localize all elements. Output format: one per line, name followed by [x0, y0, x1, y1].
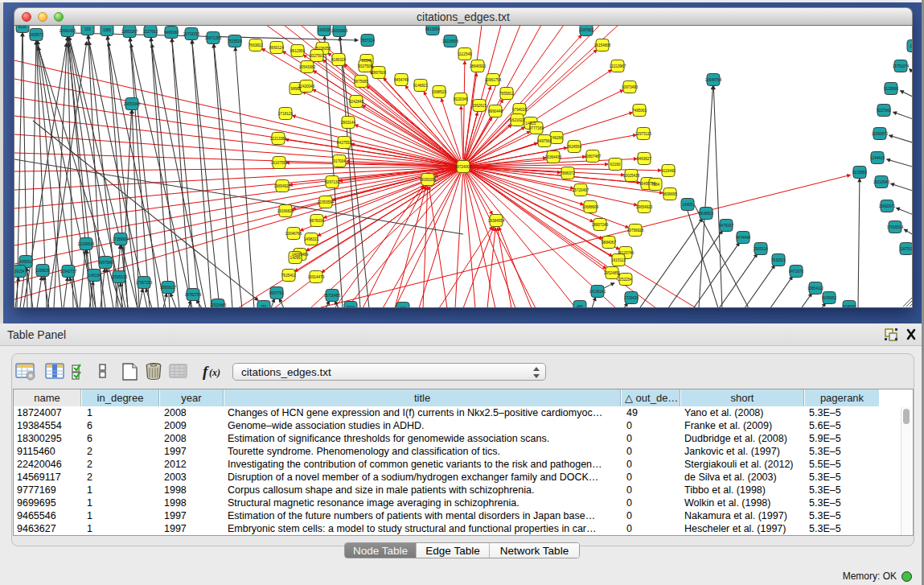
svg-text:2935114: 2935114 — [754, 247, 768, 251]
svg-text:14915: 14915 — [526, 122, 536, 126]
svg-text:16782759: 16782759 — [185, 293, 202, 297]
svg-text:62160: 62160 — [610, 163, 621, 167]
svg-text:8912954: 8912954 — [290, 49, 305, 53]
svg-text:6479197: 6479197 — [719, 224, 733, 228]
svg-text:10719155: 10719155 — [183, 32, 200, 36]
svg-text:233: 233 — [84, 27, 91, 31]
svg-text:16053809: 16053809 — [331, 29, 348, 33]
svg-text:16107553: 16107553 — [271, 161, 288, 165]
svg-text:17957253: 17957253 — [136, 281, 153, 285]
svg-text:9115460: 9115460 — [661, 169, 676, 173]
svg-text:252254: 252254 — [619, 278, 632, 282]
svg-text:20691406: 20691406 — [60, 29, 76, 33]
svg-text:12213383: 12213383 — [270, 137, 287, 141]
svg-text:8215955: 8215955 — [852, 171, 867, 175]
svg-text:18724007: 18724007 — [455, 165, 472, 169]
svg-text:8267130: 8267130 — [325, 180, 339, 184]
svg-text:7857224: 7857224 — [360, 39, 375, 43]
svg-text:12505135: 12505135 — [111, 275, 128, 279]
svg-text:7485063: 7485063 — [632, 109, 647, 113]
svg-text:17359934: 17359934 — [113, 237, 129, 241]
svg-text:9474444: 9474444 — [736, 236, 750, 240]
svg-text:18807249: 18807249 — [592, 223, 609, 227]
svg-text:16154808: 16154808 — [594, 43, 611, 47]
svg-text:1527602: 1527602 — [143, 30, 158, 34]
svg-text:7886372: 7886372 — [561, 171, 575, 175]
svg-text:16405: 16405 — [683, 203, 693, 207]
svg-text:7584: 7584 — [651, 183, 660, 187]
svg-text:8220345: 8220345 — [454, 97, 468, 101]
svg-text:15751074: 15751074 — [893, 64, 910, 68]
svg-text:9146821: 9146821 — [413, 84, 428, 88]
svg-text:1156829: 1156829 — [35, 269, 50, 273]
svg-text:9242848: 9242848 — [349, 100, 363, 104]
svg-text:8471676: 8471676 — [789, 270, 803, 274]
svg-text:9227342: 9227342 — [877, 109, 891, 113]
svg-text:20364436: 20364436 — [545, 155, 562, 159]
svg-text:8427552: 8427552 — [337, 141, 351, 145]
svg-text:10025438: 10025438 — [623, 174, 640, 178]
svg-text:8660124: 8660124 — [269, 46, 284, 50]
svg-text:9327503: 9327503 — [310, 54, 324, 58]
svg-text:1112549: 1112549 — [458, 52, 472, 56]
svg-text:1117: 1117 — [910, 44, 913, 48]
svg-text:12093872: 12093872 — [872, 132, 889, 136]
svg-text:1145194: 1145194 — [87, 274, 101, 278]
svg-text:485: 485 — [577, 305, 583, 308]
svg-text:9327508: 9327508 — [358, 64, 372, 68]
svg-text:9323: 9323 — [347, 306, 355, 308]
svg-text:10973493: 10973493 — [622, 85, 639, 89]
svg-text:14136141: 14136141 — [589, 290, 606, 294]
svg-text:(x): (x) — [209, 367, 220, 378]
svg-text:485061: 485061 — [19, 260, 32, 264]
svg-text:746266: 746266 — [550, 136, 563, 140]
svg-text:15226058: 15226058 — [314, 47, 331, 51]
svg-text:9777169: 9777169 — [529, 126, 544, 130]
svg-text:15692971: 15692971 — [879, 204, 896, 208]
svg-text:2867608: 2867608 — [372, 71, 386, 75]
svg-text:1244419: 1244419 — [870, 156, 885, 160]
svg-text:9657791: 9657791 — [269, 291, 284, 295]
svg-text:1588520: 1588520 — [432, 90, 446, 94]
svg-text:10958117: 10958117 — [160, 286, 177, 290]
svg-text:12975115: 12975115 — [635, 132, 652, 136]
svg-text:112: 112 — [400, 307, 406, 308]
svg-text:12213967: 12213967 — [610, 64, 626, 68]
svg-text:15716485: 15716485 — [324, 294, 341, 298]
svg-text:8990448: 8990448 — [488, 109, 503, 113]
svg-text:2087682: 2087682 — [579, 28, 593, 32]
svg-text:81546: 81546 — [362, 59, 372, 63]
svg-text:1405572: 1405572 — [29, 33, 43, 37]
svg-text:9699695: 9699695 — [663, 192, 677, 196]
svg-text:7663822: 7663822 — [248, 43, 263, 47]
svg-text:6497568: 6497568 — [537, 139, 552, 143]
svg-text:12353594: 12353594 — [318, 200, 335, 204]
svg-text:3875685: 3875685 — [354, 80, 368, 84]
svg-text:10853267: 10853267 — [121, 30, 138, 34]
svg-text:8454749: 8454749 — [394, 78, 409, 82]
svg-text:1733426: 1733426 — [624, 296, 639, 300]
svg-text:1085: 1085 — [103, 28, 112, 32]
svg-text:8878334: 8878334 — [310, 219, 324, 223]
svg-text:16671355: 16671355 — [205, 36, 222, 40]
svg-text:16914479: 16914479 — [308, 275, 325, 279]
svg-text:22420046: 22420046 — [298, 84, 315, 89]
svg-text:8186328: 8186328 — [331, 58, 346, 62]
svg-text:10961758: 10961758 — [485, 78, 502, 82]
svg-text:6466160: 6466160 — [164, 31, 179, 35]
svg-text:16543382: 16543382 — [299, 65, 316, 69]
svg-text:2718126: 2718126 — [278, 112, 293, 116]
svg-text:10807487: 10807487 — [585, 154, 602, 159]
svg-text:16210643: 16210643 — [873, 180, 890, 184]
svg-text:1498222: 1498222 — [304, 237, 318, 241]
svg-text:9245652: 9245652 — [822, 296, 836, 300]
svg-text:19166829: 19166829 — [277, 209, 294, 213]
svg-text:9463627: 9463627 — [637, 157, 651, 161]
svg-text:7515526: 7515526 — [228, 39, 242, 43]
svg-text:2803144: 2803144 — [341, 121, 355, 125]
svg-text:9997586: 9997586 — [98, 261, 113, 265]
svg-text:1167533: 1167533 — [899, 247, 913, 251]
svg-text:10688609: 10688609 — [582, 205, 599, 209]
svg-text:20206536: 20206536 — [78, 242, 95, 246]
svg-text:19654923: 19654923 — [636, 205, 653, 209]
